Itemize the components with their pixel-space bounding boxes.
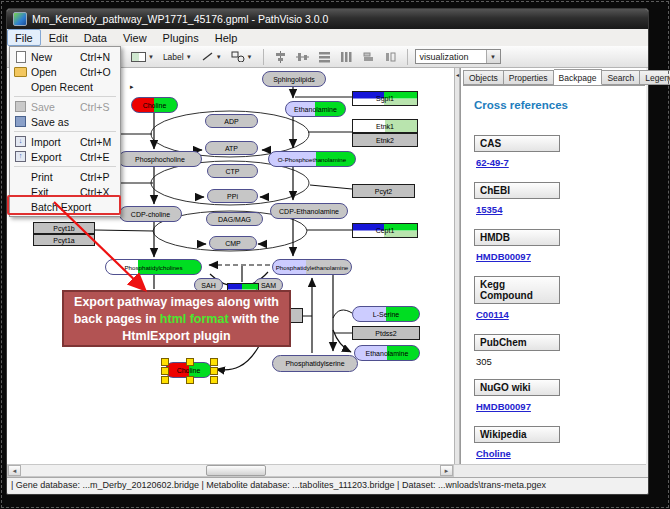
line-tool-button[interactable]: ▼ [198,48,225,66]
scroll-left-icon[interactable]: ◄ [8,465,21,476]
align-center-x-button[interactable] [271,48,290,66]
file-menu-item-new[interactable]: NewCtrl+N [10,49,120,64]
node-ctp[interactable]: CTP [207,164,258,178]
node-etnk1[interactable]: Etnk1 [352,119,418,133]
node-phosphatidylcholines[interactable]: Phosphatidylcholines [105,259,202,275]
scrollbar-track[interactable] [21,465,440,476]
title-bar[interactable]: Mm_Kennedy_pathway_WP1771_45176.gpml - P… [7,9,648,29]
menu-item-label: Import [31,136,80,148]
menubar-item-help[interactable]: Help [207,29,246,46]
align-right-button[interactable] [381,48,400,66]
selection-handle[interactable] [186,376,194,384]
menubar-item-edit[interactable]: Edit [41,29,76,46]
xref-link[interactable]: HMDB00097 [476,251,531,262]
tab-backpage[interactable]: Backpage [554,69,603,85]
file-menu-item-import[interactable]: ↓ImportCtrl+M [10,134,120,149]
menu-item-shortcut: Ctrl+O [80,66,117,78]
tab-search[interactable]: Search [602,70,640,85]
tab-legend[interactable]: Legend [640,70,670,85]
node-sgpl1[interactable]: Sgpl1 [352,91,418,106]
label-tool-button[interactable]: Label ▼ [160,48,195,66]
selection-handle[interactable] [210,376,218,384]
node-phosphocholine[interactable]: Phosphocholine [118,151,202,167]
shape-tool-button[interactable]: ▼ [228,48,256,66]
node-phosphatidylethanolamine[interactable]: Phosphatidylethanolamine [272,259,352,275]
xref-header: Kegg Compound [474,276,560,304]
xref-link[interactable]: Choline [476,448,511,459]
selection-handle[interactable] [210,367,218,375]
node-o-phosphoethanolamine[interactable]: O-Phosphoethanolamine [268,151,356,167]
datanode-tool-button[interactable]: ▼ [128,48,157,66]
selection-handle[interactable] [161,376,169,384]
node-adp[interactable]: ADP [205,114,258,128]
tab-properties[interactable]: Properties [504,70,554,85]
cross-references-list: CAS62-49-7ChEBI15354HMDBHMDB00097Kegg Co… [474,135,645,461]
selection-handle[interactable] [186,358,194,366]
file-menu-item-open-recent[interactable]: Open Recent▸ [10,79,120,94]
node-pcyt1a[interactable]: Pcyt1a [33,234,95,246]
node-pcyt2[interactable]: Pcyt2 [352,184,415,198]
node-phosphatidylserine[interactable]: Phosphatidylserine [272,355,358,372]
xref-link[interactable]: C00114 [476,309,509,320]
selection-handle[interactable] [161,367,169,375]
node-dag-mag[interactable]: DAG/MAG [206,212,263,226]
sidebar-tabs: ObjectsPropertiesBackpageSearchLegend [463,69,646,85]
menu-separator [14,96,116,97]
distribute-columns-button[interactable] [337,48,356,66]
scrollbar-thumb[interactable] [206,465,266,476]
node-sphingolipids[interactable]: Sphingolipids [262,71,326,87]
open-folder-icon [13,67,28,77]
xref-header: HMDB [474,229,560,246]
node-ppi[interactable]: PPi [207,189,258,203]
node-pcyt1b[interactable]: Pcyt1b [33,222,95,234]
node-etnk2[interactable]: Etnk2 [352,133,418,147]
chevron-down-icon[interactable]: ▼ [486,50,500,63]
node-cept1[interactable]: Cept1 [352,223,418,238]
file-menu-item-export[interactable]: ↑ExportCtrl+E [10,149,120,164]
node-ethanolamine-low[interactable]: Ethanolamine [354,345,420,361]
xref-link[interactable]: 62-49-7 [476,157,509,168]
node-ptdss2[interactable]: Ptdss2 [352,326,420,340]
menubar-item-file[interactable]: File [7,29,41,46]
chevron-down-icon[interactable]: ▼ [216,54,222,60]
chevron-down-icon[interactable]: ▼ [247,54,253,60]
horizontal-scrollbar[interactable]: ◄ ► [7,464,454,477]
annotation-callout: Export pathway images along with back pa… [62,290,291,347]
menu-item-shortcut: Ctrl+M [80,136,117,148]
menu-item-label: Print [31,171,80,183]
selection-handle[interactable] [161,358,169,366]
cross-references-heading: Cross references [474,99,645,111]
shapes-icon [231,51,245,62]
xref-link[interactable]: 15354 [476,204,502,215]
chevron-down-icon[interactable]: ▼ [148,54,154,60]
node-cmp[interactable]: CMP [209,236,257,250]
scroll-right-icon[interactable]: ► [440,465,453,476]
toolbar-separator [263,49,264,65]
node-cdp-ethanolamine[interactable]: CDP-Ethanolamine [270,203,348,219]
node-l-serine[interactable]: L-Serine [352,306,420,322]
toolbar-separator [407,49,408,65]
node-ethanolamine-top[interactable]: Ethanolamine [285,101,346,117]
file-menu-item-print[interactable]: PrintCtrl+P [10,169,120,184]
menu-item-label: Open [31,66,80,78]
node-choline-top[interactable]: Choline [131,97,178,113]
app-icon [13,12,27,26]
tab-objects[interactable]: Objects [463,70,504,85]
visualization-combobox[interactable]: visualization ▼ [415,49,501,64]
node-atp[interactable]: ATP [205,141,258,155]
file-menu-item-save: SaveCtrl+S [10,99,120,114]
selection-handle[interactable] [210,358,218,366]
node-cdp-choline[interactable]: CDP-choline [119,206,182,222]
chevron-down-icon[interactable]: ▼ [186,54,192,60]
menu-item-shortcut: Ctrl+P [80,171,117,183]
file-menu-item-open[interactable]: OpenCtrl+O [10,64,120,79]
menubar-item-data[interactable]: Data [76,29,115,46]
file-menu-item-save-as[interactable]: Save as [10,114,120,129]
distribute-rows-button[interactable] [315,48,334,66]
align-center-y-button[interactable] [293,48,312,66]
menubar-item-plugins[interactable]: Plugins [155,29,207,46]
align-left-button[interactable] [359,48,378,66]
xref-section-wikipedia: WikipediaCholine [474,426,645,461]
menubar-item-view[interactable]: View [115,29,155,46]
xref-link[interactable]: HMDB00097 [476,401,531,412]
